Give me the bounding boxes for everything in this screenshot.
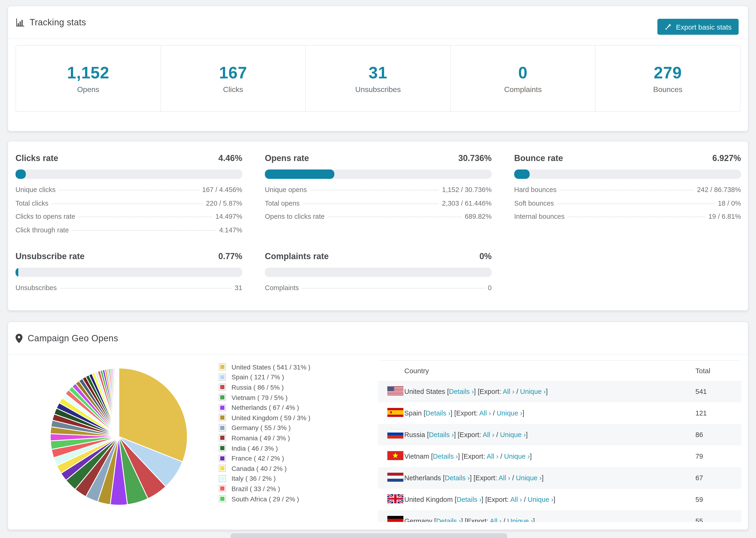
stat-box-complaints: 0Complaints (450, 45, 595, 111)
country-text: ] [ (451, 409, 456, 417)
dotted-leader (303, 203, 439, 204)
details-link[interactable]: Details › (445, 474, 470, 482)
legend-label: Netherlands ( 67 / 4% ) (232, 404, 299, 411)
legend-item-brazil: Brazil ( 33 / 2% ) (219, 484, 310, 494)
export-unique-link[interactable]: Unique › (497, 409, 522, 417)
country-text: Export: (475, 474, 499, 482)
pie-slice-other-35 (119, 368, 119, 437)
country-flag-column-header (378, 360, 404, 381)
geo-table-header-row: Country Total (378, 360, 741, 381)
dotted-leader (302, 288, 485, 289)
export-unique-link[interactable]: Unique › (500, 431, 526, 439)
export-unique-link[interactable]: Unique › (507, 517, 533, 522)
legend-item-united-kingdom: United Kingdom ( 59 / 3% ) (219, 413, 310, 423)
rate-row-value: 0 (488, 284, 492, 292)
tracking-stats-header: Tracking stats (8, 6, 748, 39)
geo-row-germany: Germany [Details ›] [Export: All › / Uni… (378, 510, 741, 522)
bounce-rate-progress-track (514, 170, 741, 179)
details-link[interactable]: Details › (425, 409, 450, 417)
country-text: Export: (464, 453, 487, 460)
legend-swatch (219, 394, 226, 401)
complaints-rate-progress-track (265, 268, 492, 277)
details-link[interactable]: Details › (429, 431, 454, 439)
country-text: / (522, 496, 527, 503)
stat-label: Unsubscribes (355, 85, 401, 94)
unsubscribe-rate-progress-track (16, 268, 242, 277)
horizontal-scrollbar-thumb[interactable] (231, 533, 507, 538)
rate-row-total-opens: Total opens2,303 / 61.446% (265, 199, 492, 213)
country-text: / (502, 517, 507, 522)
country-text: ] (522, 409, 524, 417)
legend-item-spain: Spain ( 121 / 7% ) (219, 372, 310, 382)
country-text: United States [ (404, 388, 449, 395)
rate-row-value: 220 / 5.87% (206, 199, 242, 207)
country-flag-cell (378, 381, 404, 402)
rate-row-unique-opens: Unique opens1,152 / 30.736% (265, 186, 492, 199)
legend-swatch (219, 435, 226, 442)
clicks-rate-progress-track (16, 170, 242, 179)
geo-row-united-states: United States [Details ›] [Export: All ›… (378, 381, 741, 402)
geo-pie-chart[interactable] (48, 366, 189, 507)
export-unique-link[interactable]: Unique › (520, 388, 546, 395)
rate-title: Opens rate (265, 153, 309, 163)
rate-row-label: Hard bounces (514, 186, 557, 193)
ru-flag-icon (387, 430, 404, 439)
dotted-leader (560, 190, 694, 190)
country-text: ] [ (454, 431, 459, 439)
country-text: ] (553, 496, 555, 503)
country-flag-cell (378, 402, 404, 424)
country-column-header: Country (404, 360, 695, 381)
rate-row-soft-bounces: Soft bounces18 / 0% (514, 199, 741, 213)
country-text: ] (530, 453, 532, 460)
export-all-link[interactable]: All › (510, 496, 522, 503)
export-icon (664, 23, 672, 30)
country-text: Export: (459, 431, 482, 439)
country-cell: United Kingdom [Details ›] [Export: All … (404, 489, 695, 510)
rate-row-internal-bounces: Internal bounces19 / 6.81% (514, 213, 741, 226)
export-unique-link[interactable]: Unique › (516, 474, 542, 482)
export-all-link[interactable]: All › (503, 388, 514, 395)
country-text: / (499, 453, 504, 460)
country-text: Netherlands [ (404, 474, 445, 482)
rate-row-hard-bounces: Hard bounces242 / 86.738% (514, 186, 741, 199)
stat-label: Opens (77, 85, 99, 94)
summary-stats-row: 1,152Opens167Clicks31Unsubscribes0Compla… (16, 45, 740, 112)
export-unique-link[interactable]: Unique › (528, 496, 554, 503)
export-all-link[interactable]: All › (479, 409, 491, 417)
rate-row-value: 1,152 / 30.736% (442, 186, 492, 193)
export-all-link[interactable]: All › (487, 453, 499, 460)
details-link[interactable]: Details › (436, 517, 461, 522)
export-unique-link[interactable]: Unique › (504, 453, 530, 460)
rates-card: Clicks rate4.46%Unique clicks167 / 4.456… (8, 141, 748, 311)
details-link[interactable]: Details › (457, 496, 481, 503)
rate-title-row: Complaints rate0% (265, 252, 492, 261)
dotted-leader (79, 217, 212, 217)
country-flag-cell (378, 489, 404, 510)
country-text: Export: (480, 388, 503, 395)
rate-detail-rows: Unique opens1,152 / 30.736%Total opens2,… (265, 186, 492, 226)
gb-flag-icon (387, 494, 404, 503)
geo-row-russia: Russia [Details ›] [Export: All › / Uniq… (378, 424, 741, 446)
legend-label: United Kingdom ( 59 / 3% ) (232, 414, 310, 422)
export-all-link[interactable]: All › (490, 517, 502, 522)
country-text: Russia [ (404, 431, 429, 439)
details-link[interactable]: Details › (433, 453, 458, 460)
legend-item-canada: Canada ( 40 / 2% ) (219, 463, 310, 473)
export-all-link[interactable]: All › (483, 431, 495, 439)
country-text: ] (533, 517, 535, 522)
rate-row-label: Click through rate (16, 226, 69, 234)
export-basic-stats-button[interactable]: Export basic stats (657, 19, 739, 35)
rate-row-value: 689.82% (465, 213, 492, 220)
details-link[interactable]: Details › (449, 388, 474, 395)
rate-title-row: Clicks rate4.46% (16, 153, 242, 163)
rate-row-value: 14.497% (216, 213, 243, 220)
geo-opens-title: Campaign Geo Opens (28, 333, 118, 344)
dotted-leader (72, 230, 216, 231)
legend-label: Canada ( 40 / 2% ) (232, 464, 287, 472)
rate-block-unsubscribe-rate: Unsubscribe rate0.77%Unsubscribes31 (16, 252, 242, 297)
export-all-link[interactable]: All › (499, 474, 510, 482)
dotted-leader (557, 203, 715, 204)
rate-row-label: Clicks to opens rate (16, 213, 75, 220)
dotted-leader (60, 288, 232, 289)
dotted-leader (52, 203, 203, 204)
